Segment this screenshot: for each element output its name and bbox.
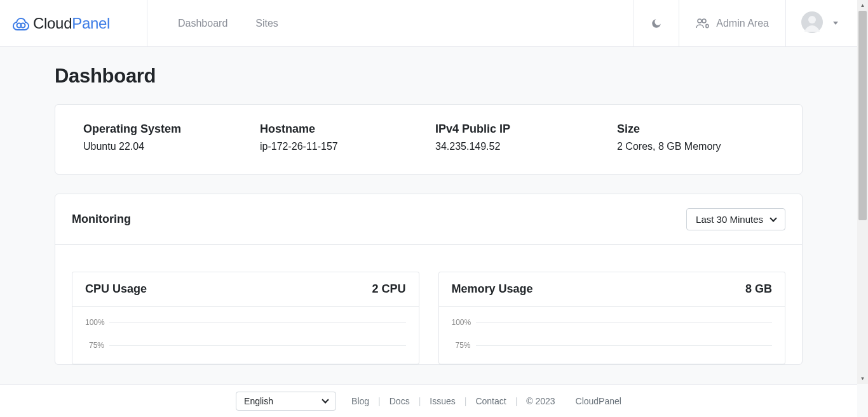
footer-docs[interactable]: Docs: [390, 396, 410, 406]
ip-value: 34.235.149.52: [435, 141, 617, 152]
moon-icon: [651, 18, 662, 29]
hostname-value: ip-172-26-11-157: [260, 141, 435, 152]
info-hostname: Hostname ip-172-26-11-157: [260, 122, 435, 152]
scroll-up-icon[interactable]: ▲: [857, 0, 868, 11]
language-label: English: [244, 396, 273, 406]
monitoring-card: Monitoring Last 30 Minutes CPU Usage 2 C…: [55, 194, 803, 365]
page-content: Dashboard Operating System Ubuntu 22.04 …: [0, 47, 857, 384]
time-range-label: Last 30 Minutes: [696, 214, 763, 225]
memory-chart: Memory Usage 8 GB 100% 75%: [438, 272, 786, 364]
time-range-select[interactable]: Last 30 Minutes: [686, 208, 785, 230]
theme-toggle[interactable]: [634, 0, 679, 46]
cpu-chart: CPU Usage 2 CPU 100% 75%: [72, 272, 419, 364]
footer-copyright: © 2023: [526, 396, 555, 406]
cpu-chart-meta: 2 CPU: [372, 282, 405, 296]
primary-nav: Dashboard Sites: [147, 0, 634, 46]
chevron-down-icon: [770, 215, 776, 222]
hostname-label: Hostname: [260, 122, 435, 136]
mem-tick-75: 75%: [452, 341, 476, 350]
cloud-icon: [13, 17, 29, 30]
avatar-icon: [801, 11, 823, 36]
svg-point-6: [808, 16, 816, 23]
footer-blog[interactable]: Blog: [351, 396, 369, 406]
info-os: Operating System Ubuntu 22.04: [83, 122, 260, 152]
logo[interactable]: CloudPanel: [0, 0, 147, 46]
nav-sites[interactable]: Sites: [255, 18, 278, 29]
footer-contact[interactable]: Contact: [475, 396, 506, 406]
cpu-chart-title: CPU Usage: [85, 282, 147, 296]
brand-panel: Panel: [72, 15, 110, 32]
svg-point-2: [698, 19, 702, 23]
language-select[interactable]: English: [236, 392, 336, 411]
svg-point-3: [702, 19, 706, 23]
memory-chart-meta: 8 GB: [745, 282, 772, 296]
separator: |: [419, 396, 421, 406]
monitoring-title: Monitoring: [72, 213, 131, 226]
footer-product[interactable]: CloudPanel: [576, 396, 621, 406]
ip-label: IPv4 Public IP: [435, 122, 617, 136]
size-label: Size: [617, 122, 774, 136]
size-value: 2 Cores, 8 GB Memory: [617, 141, 774, 152]
separator: |: [465, 396, 467, 406]
info-ip: IPv4 Public IP 34.235.149.52: [435, 122, 617, 152]
admin-area-label: Admin Area: [716, 18, 769, 29]
brand-cloud: Cloud: [33, 15, 72, 32]
os-label: Operating System: [83, 122, 260, 136]
mem-tick-100: 100%: [452, 318, 476, 327]
separator: |: [515, 396, 518, 406]
chevron-down-icon: [322, 396, 329, 403]
header-tools: Admin Area: [634, 0, 857, 46]
memory-chart-title: Memory Usage: [452, 282, 533, 296]
cpu-tick-75: 75%: [85, 341, 109, 350]
admin-area-link[interactable]: Admin Area: [679, 0, 785, 46]
scroll-down-icon[interactable]: ▼: [857, 373, 868, 384]
user-menu[interactable]: [785, 0, 857, 46]
footer: English Blog | Docs | Issues | Contact |…: [0, 384, 857, 417]
admin-users-gear-icon: [696, 18, 710, 29]
cpu-tick-100: 100%: [85, 318, 109, 327]
info-size: Size 2 Cores, 8 GB Memory: [617, 122, 774, 152]
system-info-card: Operating System Ubuntu 22.04 Hostname i…: [55, 104, 803, 175]
chevron-down-icon: [833, 22, 838, 25]
scrollbar[interactable]: ▲ ▼: [857, 0, 868, 384]
nav-dashboard[interactable]: Dashboard: [178, 18, 227, 29]
page-title: Dashboard: [55, 65, 803, 88]
os-value: Ubuntu 22.04: [83, 141, 260, 152]
scrollbar-thumb[interactable]: [858, 11, 867, 220]
footer-issues[interactable]: Issues: [430, 396, 455, 406]
separator: |: [378, 396, 381, 406]
top-bar: CloudPanel Dashboard Sites: [0, 0, 857, 47]
